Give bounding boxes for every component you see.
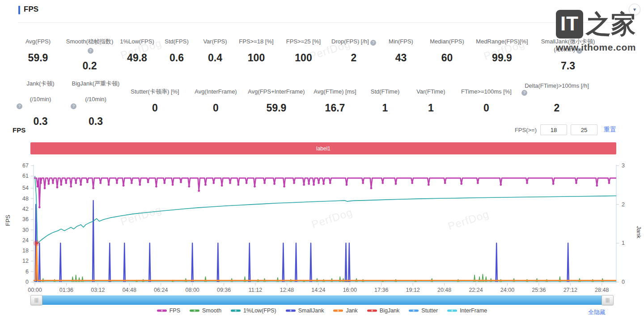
series-fps-dip-marker [308,183,310,185]
metric-value: 99.9 [473,52,531,64]
y-axis-left-tick-label: 61 [22,173,29,179]
ithome-url: www.ithome.com [546,42,636,53]
metric-label: MedRange(FPS)[%] [473,38,531,46]
legend-item-fps[interactable]: FPS [157,307,180,314]
metric-value: 100 [236,52,276,64]
metric-label: Avg(FTime) [ms] [309,80,361,96]
legend-label: SmallJank [298,307,324,314]
y-axis-left-tick-label: 54 [22,185,29,191]
legend-label: Stutter [421,307,438,314]
reset-link[interactable]: 重置 [604,126,616,134]
series-fps-dip-marker [263,182,266,184]
y-axis-left-tick-label: 30 [22,227,29,233]
series-fps-dip-marker [56,186,59,188]
series-fps-dip-marker [131,182,133,184]
legend-item-jank[interactable]: Jank [333,307,357,314]
x-axis-tick-label: 24:00 [500,287,514,293]
series-fps-dip-marker [65,182,67,184]
metric-cell: Delta(FTime)>100ms [/h]?2 [518,80,595,128]
help-icon[interactable]: ? [71,103,76,109]
y-axis-right-tick-label: 0 [622,279,625,285]
metric-label-text: 1%Low(FPS) [120,38,154,45]
help-icon[interactable]: ? [17,103,22,109]
metric-label: FPS>=25 [%] [280,38,327,46]
legend-swatch-icon [333,308,343,313]
legend-item-interframe[interactable]: InterFrame [447,307,487,314]
metric-cell: Var(FTime)1 [407,80,454,128]
series-fps-dip-marker [500,184,502,186]
series-fps-dip-marker [75,182,77,184]
metric-value: 1 [364,102,406,114]
series-fps-dip-marker [313,184,315,186]
slider-left-handle[interactable] [30,295,42,305]
series-fps-dip-marker [596,184,598,187]
metric-label-text: Std(FTime) [364,88,406,96]
slider-right-handle[interactable] [602,295,614,305]
metric-label: Avg(FPS) [15,38,61,46]
fps-threshold-input-1[interactable] [540,124,567,135]
metric-cell: MedRange(FPS)[%]99.9 [471,38,533,72]
metric-value: 0.2 [64,60,115,72]
series-fps-dip-marker [318,182,320,184]
legend-item-smooth[interactable]: Smooth [190,307,221,314]
help-icon[interactable]: ? [521,90,527,96]
series-fps-line [34,178,616,207]
series-fps-dip-marker [608,182,610,184]
metric-cell: Avg(InterFrame)0 [186,80,246,128]
x-axis-tick-label: 00:00 [28,287,42,293]
metric-label: Jank(卡顿)(/10min)? [15,80,66,109]
metric-value: 60 [425,52,469,64]
series-jank-line [34,243,616,280]
series-fps-dip-marker [99,182,102,184]
chart-range-slider[interactable] [30,295,614,305]
metric-label: Delta(FTime)>100ms [/h]? [520,80,593,96]
hide-all-link[interactable]: 全隐藏 [588,308,606,316]
series-fps-dip-marker [172,184,174,186]
series-fps-dip-marker [70,185,72,188]
legend-label: FPS [169,307,180,314]
slider-selected-range[interactable] [42,295,602,305]
legend-swatch-icon [157,308,167,313]
metric-label-text: Avg(FPS) [25,38,51,45]
metric-label-text: Avg(FPS+InterFrame) [247,88,305,96]
metric-label-text: Avg(InterFrame) [188,88,244,96]
metric-label-text: FPS>=25 [%] [286,38,321,45]
y-axis-right-tick-label: 1 [622,240,625,246]
metric-label: Min(FPS) [381,38,421,46]
metric-value: 59.9 [15,52,61,64]
metric-cell: Avg(FPS)59.9 [13,38,63,72]
metric-cell: BigJank(严重卡顿)(/10min)?0.3 [68,80,124,128]
metric-value: 0.6 [159,52,194,64]
series-fps-dip-marker [526,182,528,184]
series-fps-dip-marker [116,182,118,184]
legend-item-smalljank[interactable]: SmallJank [286,307,324,314]
series-fps-dip-marker [40,182,42,184]
series-fps-dip-marker [381,182,384,184]
series-fps-dip-marker [444,182,446,184]
metric-cell: Jank(卡顿)(/10min)?0.3 [13,80,68,128]
fps-threshold-input-2[interactable] [571,124,597,135]
legend-label: InterFrame [460,307,487,314]
metric-cell: Avg(FTime) [ms]16.7 [307,80,363,128]
legend-swatch-icon [190,308,199,313]
series-fps-dip-marker [254,185,256,188]
metric-label-text: Min(FPS) [389,38,413,45]
x-axis-tick-label: 22:24 [469,287,483,293]
legend-item-1-low-fps-[interactable]: 1%Low(FPS) [231,307,276,314]
metric-value: 49.8 [119,52,156,64]
metric-value: 0 [126,102,184,114]
legend-swatch-icon [367,308,377,313]
help-icon[interactable]: ? [370,40,376,46]
ithome-logo-icon: IT [556,10,583,38]
series-fps-dip-marker [428,184,430,186]
y-axis-right-tick-label: 2 [622,201,625,208]
help-icon[interactable]: ? [88,48,93,54]
metric-value: 2 [330,52,377,64]
legend-item-bigjank[interactable]: BigJank [367,307,399,314]
legend-item-stutter[interactable]: Stutter [409,307,438,314]
x-axis-tick-label: 01:36 [59,287,73,293]
metric-label-text: Std(FPS) [165,38,188,45]
x-axis-tick-label: 19:12 [406,287,420,293]
metric-cell: Drop(FPS) [/h]?2 [329,38,379,72]
y-axis-left-title: FPS [4,214,11,226]
